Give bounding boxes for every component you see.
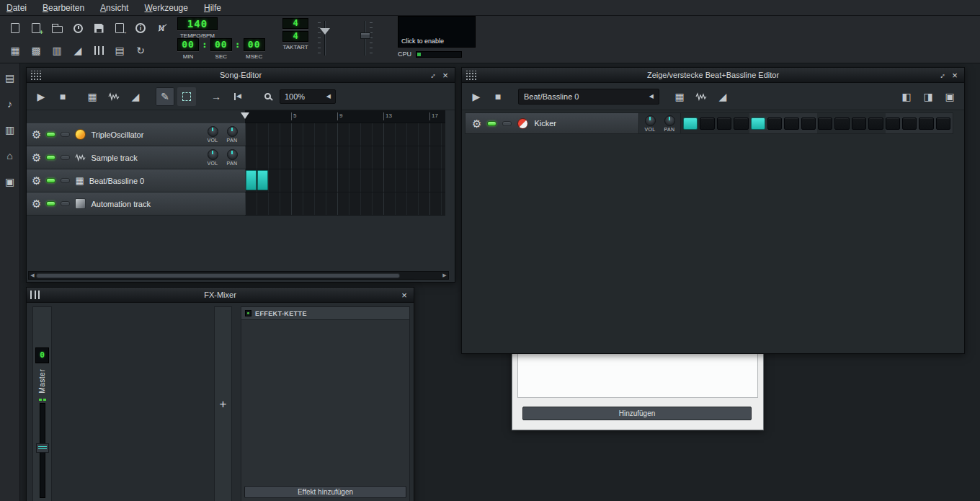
beat-step-2[interactable] bbox=[700, 118, 714, 130]
solo-led[interactable] bbox=[502, 121, 512, 126]
add-automation-track-button[interactable]: ◢ bbox=[713, 87, 732, 106]
bb-editor-titlebar[interactable]: Zeige/verstecke Beat+Bassline Editor ↔ × bbox=[462, 68, 964, 83]
timesig-numerator-lcd[interactable]: 4 bbox=[282, 18, 308, 29]
sidebar-instruments-button[interactable]: ▤ bbox=[3, 71, 17, 85]
track-head-bb0[interactable]: ⚙ ▦ Beat/Bassline 0 bbox=[27, 169, 245, 192]
export-project-button[interactable]: → bbox=[110, 19, 129, 37]
track-head-sample-track[interactable]: ⚙ Sample track VOL PAN bbox=[27, 146, 245, 169]
solo-led[interactable] bbox=[61, 201, 70, 206]
toggle-fx-mixer-button[interactable] bbox=[89, 41, 108, 60]
stop-button[interactable]: ■ bbox=[53, 87, 72, 106]
back-to-start-button[interactable]: ◀ bbox=[228, 87, 247, 106]
menu-ansicht[interactable]: Ansicht bbox=[100, 3, 128, 13]
track-name[interactable]: Automation track bbox=[91, 200, 151, 208]
beat-step-9[interactable] bbox=[818, 118, 832, 130]
draw-mode-button[interactable]: ✎ bbox=[156, 87, 174, 106]
gear-icon[interactable]: ⚙ bbox=[32, 129, 41, 140]
mute-led[interactable] bbox=[46, 178, 55, 183]
channel-lcd[interactable]: 0 bbox=[35, 347, 49, 363]
volume-knob[interactable] bbox=[208, 126, 218, 137]
time-msec-lcd[interactable]: 00 bbox=[244, 38, 265, 51]
zoom-level-combobox[interactable]: 100% ◀ bbox=[280, 89, 336, 104]
close-button[interactable]: × bbox=[398, 289, 410, 301]
scrollbar-thumb[interactable] bbox=[36, 273, 400, 278]
menu-werkzeuge[interactable]: Werkzeuge bbox=[144, 3, 187, 13]
maximize-button[interactable]: ↔ bbox=[935, 69, 947, 81]
time-sec-lcd[interactable]: 00 bbox=[210, 38, 232, 51]
mute-led[interactable] bbox=[487, 121, 496, 126]
song-editor-titlebar[interactable]: Song-Editor ↔ × bbox=[27, 68, 455, 83]
window-grip-icon[interactable] bbox=[466, 71, 478, 80]
tempo-display[interactable]: 140 TEMPO/BPM bbox=[177, 17, 218, 39]
track-name[interactable]: Sample track bbox=[91, 154, 137, 162]
timeline-behaviour-button[interactable]: → bbox=[207, 87, 226, 106]
toggle-project-notes-button[interactable]: ▤ bbox=[110, 41, 129, 60]
pattern-combobox[interactable]: Beat/Bassline 0 ◀ bbox=[518, 89, 659, 105]
master-channel-strip[interactable]: 0 Master bbox=[32, 306, 52, 501]
tempo-lcd[interactable]: 140 bbox=[177, 17, 218, 30]
pan-knob[interactable] bbox=[664, 115, 675, 126]
gear-icon[interactable]: ⚙ bbox=[32, 152, 41, 163]
toggle-controller-rack-button[interactable]: ↻ bbox=[131, 41, 150, 60]
maximize-button[interactable]: ↔ bbox=[426, 69, 437, 81]
new-from-template-button[interactable]: + bbox=[27, 19, 45, 37]
scroll-right-icon[interactable]: ▶ bbox=[441, 272, 448, 278]
timesig-denominator-lcd[interactable]: 4 bbox=[282, 31, 308, 42]
gear-icon[interactable]: ⚙ bbox=[472, 118, 481, 129]
beat-step-16[interactable] bbox=[936, 118, 950, 130]
sidebar-computer-button[interactable]: ▣ bbox=[3, 174, 17, 189]
scroll-left-icon[interactable]: ◀ bbox=[29, 272, 36, 278]
add-bb-track-button[interactable]: ▦ bbox=[83, 87, 102, 106]
play-button[interactable]: ▶ bbox=[32, 87, 50, 106]
beat-step-5[interactable] bbox=[751, 118, 765, 130]
mute-led[interactable] bbox=[46, 132, 55, 137]
solo-led[interactable] bbox=[61, 155, 70, 160]
time-min-lcd[interactable]: 00 bbox=[177, 38, 199, 51]
track-content[interactable] bbox=[245, 146, 445, 169]
close-button[interactable]: × bbox=[949, 69, 961, 81]
add-channel-button[interactable]: + bbox=[214, 306, 232, 501]
toggle-bb-editor-button[interactable]: ▩ bbox=[27, 41, 45, 60]
fx-mixer-titlebar[interactable]: FX-Mixer × bbox=[27, 288, 414, 303]
beat-step-15[interactable] bbox=[919, 118, 933, 130]
whats-this-button[interactable]: N bbox=[152, 19, 171, 37]
mute-led[interactable] bbox=[46, 201, 55, 206]
bb-pattern-segment[interactable] bbox=[257, 170, 268, 190]
add-bb-track-button[interactable]: ▦ bbox=[670, 87, 689, 106]
playhead-marker[interactable] bbox=[241, 112, 249, 119]
channel-name[interactable]: Master bbox=[38, 369, 46, 394]
beat-step-4[interactable] bbox=[734, 118, 748, 130]
track-name[interactable]: TripleOscillator bbox=[91, 130, 143, 139]
edit-mode-button[interactable] bbox=[177, 87, 196, 106]
track-content[interactable] bbox=[245, 123, 445, 146]
solo-led[interactable] bbox=[61, 178, 70, 183]
track-name[interactable]: Kicker bbox=[534, 119, 556, 128]
remove-steps-button[interactable]: ◧ bbox=[897, 87, 916, 106]
close-button[interactable]: × bbox=[440, 69, 451, 81]
mute-led[interactable] bbox=[46, 155, 55, 160]
master-pitch-slider[interactable] bbox=[358, 19, 373, 57]
beat-step-13[interactable] bbox=[886, 118, 900, 130]
volume-slider-handle[interactable] bbox=[320, 28, 330, 35]
solo-led[interactable] bbox=[61, 132, 70, 137]
toggle-song-editor-button[interactable]: ▦ bbox=[6, 41, 24, 60]
gear-icon[interactable]: ⚙ bbox=[32, 198, 41, 209]
sidebar-presets-button[interactable]: ▥ bbox=[3, 123, 17, 137]
beat-step-14[interactable] bbox=[902, 118, 917, 130]
track-name[interactable]: Beat/Bassline 0 bbox=[89, 177, 144, 185]
chain-enable-checkbox[interactable] bbox=[245, 310, 251, 316]
pan-knob[interactable] bbox=[227, 126, 238, 137]
output-visualizer[interactable]: Click to enable bbox=[398, 16, 476, 48]
sidebar-samples-button[interactable]: ♪ bbox=[3, 97, 17, 111]
bb-track-content[interactable] bbox=[245, 169, 445, 192]
beat-step-6[interactable] bbox=[767, 118, 782, 130]
stop-button[interactable]: ■ bbox=[489, 87, 507, 106]
beat-step-12[interactable] bbox=[868, 118, 883, 130]
beat-step-1[interactable] bbox=[683, 118, 698, 130]
add-sample-track-button[interactable] bbox=[692, 87, 710, 106]
beat-step-10[interactable] bbox=[834, 118, 849, 130]
menu-datei[interactable]: Datei bbox=[6, 3, 27, 13]
menu-bearbeiten[interactable]: Bearbeiten bbox=[43, 3, 84, 13]
beat-step-8[interactable] bbox=[801, 118, 816, 130]
open-project-button[interactable] bbox=[48, 19, 66, 37]
